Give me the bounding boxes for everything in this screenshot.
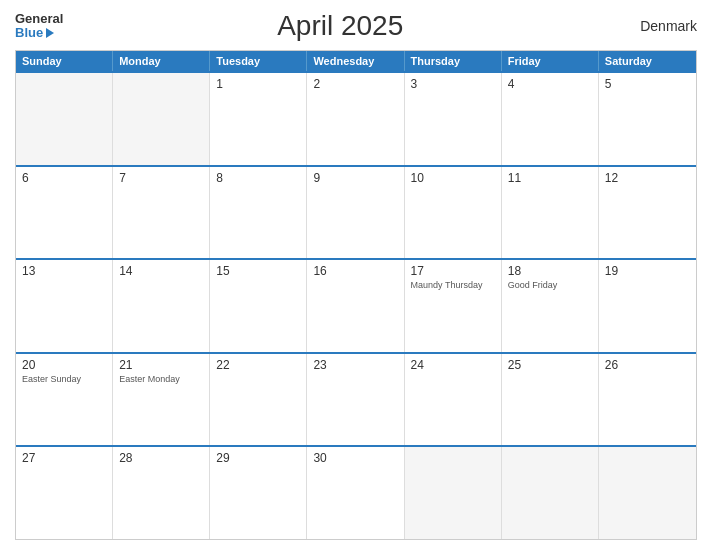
day-cell: 4 [502, 73, 599, 165]
day-cell: 30 [307, 447, 404, 539]
day-cell: 10 [405, 167, 502, 259]
day-cell [16, 73, 113, 165]
day-cell: 22 [210, 354, 307, 446]
day-cell: 24 [405, 354, 502, 446]
day-cell [502, 447, 599, 539]
logo-triangle-icon [46, 28, 54, 38]
calendar-page: General Blue April 2025 Denmark SundayMo… [0, 0, 712, 550]
day-cell [405, 447, 502, 539]
day-number: 30 [313, 451, 397, 465]
day-number: 21 [119, 358, 203, 372]
calendar: SundayMondayTuesdayWednesdayThursdayFrid… [15, 50, 697, 540]
week-row-4: 20Easter Sunday21Easter Monday2223242526 [16, 352, 696, 446]
day-header-wednesday: Wednesday [307, 51, 404, 71]
day-cell: 19 [599, 260, 696, 352]
day-cell: 11 [502, 167, 599, 259]
day-number: 23 [313, 358, 397, 372]
day-cell: 5 [599, 73, 696, 165]
day-cell: 18Good Friday [502, 260, 599, 352]
day-number: 6 [22, 171, 106, 185]
day-number: 2 [313, 77, 397, 91]
day-cell: 25 [502, 354, 599, 446]
day-number: 20 [22, 358, 106, 372]
day-number: 1 [216, 77, 300, 91]
day-cell: 7 [113, 167, 210, 259]
day-number: 15 [216, 264, 300, 278]
calendar-body: 1234567891011121314151617Maundy Thursday… [16, 71, 696, 539]
day-number: 17 [411, 264, 495, 278]
day-number: 19 [605, 264, 690, 278]
day-header-thursday: Thursday [405, 51, 502, 71]
day-number: 13 [22, 264, 106, 278]
day-number: 22 [216, 358, 300, 372]
day-cell: 26 [599, 354, 696, 446]
day-cell: 3 [405, 73, 502, 165]
day-header-friday: Friday [502, 51, 599, 71]
day-event: Maundy Thursday [411, 280, 495, 292]
day-header-sunday: Sunday [16, 51, 113, 71]
day-cell: 20Easter Sunday [16, 354, 113, 446]
day-number: 28 [119, 451, 203, 465]
day-number: 14 [119, 264, 203, 278]
day-number: 8 [216, 171, 300, 185]
week-row-5: 27282930 [16, 445, 696, 539]
day-cell: 1 [210, 73, 307, 165]
days-header: SundayMondayTuesdayWednesdayThursdayFrid… [16, 51, 696, 71]
day-cell [599, 447, 696, 539]
logo: General Blue [15, 12, 63, 41]
day-number: 5 [605, 77, 690, 91]
day-cell: 8 [210, 167, 307, 259]
day-number: 9 [313, 171, 397, 185]
day-number: 25 [508, 358, 592, 372]
logo-blue-text: Blue [15, 26, 63, 40]
day-cell: 15 [210, 260, 307, 352]
country-label: Denmark [617, 18, 697, 34]
day-cell: 13 [16, 260, 113, 352]
day-number: 12 [605, 171, 690, 185]
day-number: 3 [411, 77, 495, 91]
day-cell: 27 [16, 447, 113, 539]
day-number: 18 [508, 264, 592, 278]
day-number: 26 [605, 358, 690, 372]
day-number: 4 [508, 77, 592, 91]
day-cell: 16 [307, 260, 404, 352]
day-cell: 23 [307, 354, 404, 446]
day-number: 24 [411, 358, 495, 372]
day-event: Easter Sunday [22, 374, 106, 386]
day-number: 29 [216, 451, 300, 465]
day-cell: 2 [307, 73, 404, 165]
week-row-3: 1314151617Maundy Thursday18Good Friday19 [16, 258, 696, 352]
day-header-monday: Monday [113, 51, 210, 71]
day-number: 7 [119, 171, 203, 185]
day-header-tuesday: Tuesday [210, 51, 307, 71]
day-cell: 14 [113, 260, 210, 352]
day-cell: 21Easter Monday [113, 354, 210, 446]
day-number: 27 [22, 451, 106, 465]
day-number: 10 [411, 171, 495, 185]
day-cell: 12 [599, 167, 696, 259]
week-row-1: 12345 [16, 71, 696, 165]
day-header-saturday: Saturday [599, 51, 696, 71]
calendar-title: April 2025 [63, 10, 617, 42]
day-event: Easter Monday [119, 374, 203, 386]
day-cell [113, 73, 210, 165]
day-cell: 6 [16, 167, 113, 259]
logo-general-text: General [15, 12, 63, 26]
day-cell: 28 [113, 447, 210, 539]
day-cell: 9 [307, 167, 404, 259]
day-number: 11 [508, 171, 592, 185]
day-event: Good Friday [508, 280, 592, 292]
day-number: 16 [313, 264, 397, 278]
week-row-2: 6789101112 [16, 165, 696, 259]
day-cell: 17Maundy Thursday [405, 260, 502, 352]
header: General Blue April 2025 Denmark [15, 10, 697, 42]
day-cell: 29 [210, 447, 307, 539]
